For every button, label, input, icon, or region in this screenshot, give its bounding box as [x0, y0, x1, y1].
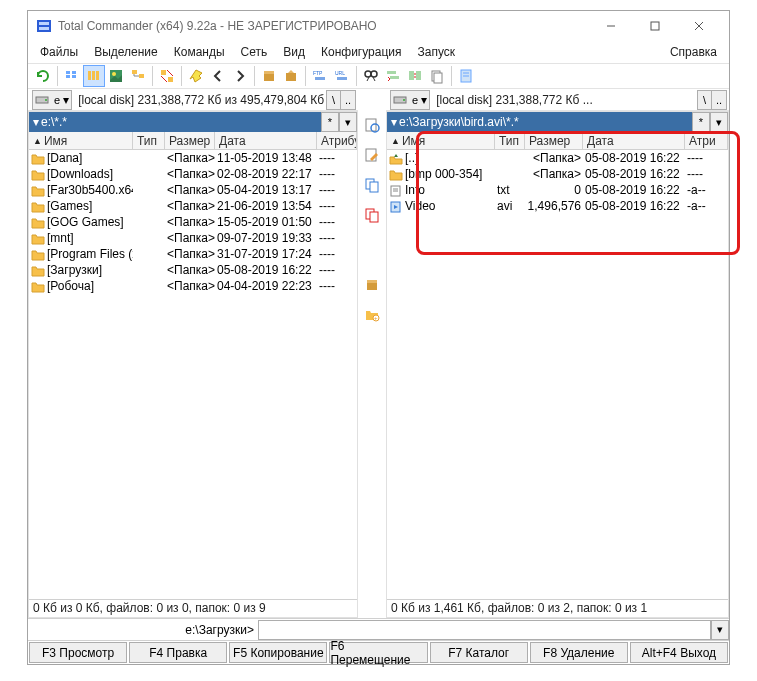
menu-files[interactable]: Файлы: [32, 43, 86, 61]
notepad-icon[interactable]: [455, 65, 477, 87]
cmd-dropdown[interactable]: ▾: [711, 620, 729, 640]
mid-view-icon[interactable]: [362, 115, 382, 135]
tab-filter-right[interactable]: *: [692, 112, 710, 132]
minimize-button[interactable]: [589, 12, 633, 40]
menu-net[interactable]: Сеть: [233, 43, 276, 61]
svg-rect-10: [72, 75, 76, 78]
table-row[interactable]: [Downloads]<Папка>02-08-2019 22:17----: [29, 166, 357, 182]
drive-info-right: [local disk] 231,388,772 Кб ...: [434, 93, 697, 107]
table-row[interactable]: Videoavi1,496,57605-08-2019 16:22-a--: [387, 198, 728, 214]
file-list-right[interactable]: [..]<Папка>05-08-2019 16:22----[bmp 000-…: [387, 150, 728, 599]
tab-filter-left[interactable]: *: [321, 112, 339, 132]
menu-commands[interactable]: Команды: [166, 43, 233, 61]
mid-edit-icon[interactable]: [362, 145, 382, 165]
menu-selection[interactable]: Выделение: [86, 43, 166, 61]
col-size[interactable]: Размер: [165, 132, 215, 149]
cmd-input[interactable]: [258, 620, 711, 640]
maximize-button[interactable]: [633, 12, 677, 40]
col-name[interactable]: ▲Имя: [29, 132, 133, 149]
svg-rect-32: [416, 71, 421, 80]
f8-delete[interactable]: F8 Удаление: [530, 642, 628, 663]
view-tree-icon[interactable]: [127, 65, 149, 87]
multi-rename-icon[interactable]: [382, 65, 404, 87]
ftp-icon[interactable]: FTP: [309, 65, 331, 87]
f7-mkdir[interactable]: F7 Каталог: [430, 642, 528, 663]
svg-rect-0: [37, 20, 51, 32]
forward-icon[interactable]: [229, 65, 251, 87]
table-row[interactable]: [Program Files (x86)]<Папка>31-07-2019 1…: [29, 246, 357, 262]
tab-dropdown-right[interactable]: ▾: [710, 112, 728, 132]
up-button[interactable]: ..: [712, 91, 726, 109]
view-thumbs-icon[interactable]: [105, 65, 127, 87]
f5-copy[interactable]: F5 Копирование: [229, 642, 327, 663]
table-row[interactable]: [GOG Games]<Папка>15-05-2019 01:50----: [29, 214, 357, 230]
file-list-left[interactable]: [Dana]<Папка>11-05-2019 13:48----[Downlo…: [29, 150, 357, 599]
svg-rect-16: [132, 70, 137, 74]
altf4-exit[interactable]: Alt+F4 Выход: [630, 642, 728, 663]
drive-select-right[interactable]: e ▾: [390, 90, 430, 110]
app-icon: [36, 18, 52, 34]
menu-help[interactable]: Справка: [662, 43, 725, 61]
svg-rect-26: [337, 77, 347, 80]
search-icon[interactable]: [360, 65, 382, 87]
view-brief-icon[interactable]: [61, 65, 83, 87]
view-full-icon[interactable]: [83, 65, 105, 87]
chevron-down-icon: ▾: [391, 115, 397, 129]
up-button[interactable]: ..: [341, 91, 355, 109]
back-icon[interactable]: [207, 65, 229, 87]
mid-move-icon[interactable]: [362, 205, 382, 225]
f6-move[interactable]: F6 Перемещение: [329, 642, 427, 663]
table-row[interactable]: [Games]<Папка>21-06-2019 13:54----: [29, 198, 357, 214]
svg-rect-17: [139, 74, 144, 78]
table-row[interactable]: [Dana]<Папка>11-05-2019 13:48----: [29, 150, 357, 166]
ftp-connect-icon[interactable]: [185, 65, 207, 87]
menu-config[interactable]: Конфигурация: [313, 43, 410, 61]
root-button[interactable]: \: [327, 91, 341, 109]
drive-select-left[interactable]: e ▾: [32, 90, 72, 110]
table-row[interactable]: [mnt]<Папка>09-07-2019 19:33----: [29, 230, 357, 246]
sync-dirs-icon[interactable]: [404, 65, 426, 87]
copy-names-icon[interactable]: [426, 65, 448, 87]
table-row[interactable]: [Загрузки]<Папка>05-08-2019 16:22----: [29, 262, 357, 278]
panel-left: ▾e:\*.* * ▾ ▲Имя Тип Размер Дата Атрибу …: [28, 111, 358, 618]
f3-view[interactable]: F3 Просмотр: [29, 642, 127, 663]
table-row[interactable]: [Робоча]<Папка>04-04-2019 22:23----: [29, 278, 357, 294]
invert-selection-icon[interactable]: [156, 65, 178, 87]
col-date[interactable]: Дата: [215, 132, 317, 149]
refresh-icon[interactable]: [32, 65, 54, 87]
mid-newfolder-icon[interactable]: +: [362, 305, 382, 325]
col-name[interactable]: ▲Имя: [387, 132, 495, 149]
f4-edit[interactable]: F4 Правка: [129, 642, 227, 663]
table-row[interactable]: Infotxt005-08-2019 16:22-a--: [387, 182, 728, 198]
path-left[interactable]: ▾e:\*.*: [29, 112, 321, 132]
col-type[interactable]: Тип: [133, 132, 165, 149]
mid-copy-icon[interactable]: [362, 175, 382, 195]
folder-icon: [389, 169, 403, 181]
col-size[interactable]: Размер: [525, 132, 583, 149]
col-attr[interactable]: Атрибу: [317, 132, 357, 149]
svg-rect-22: [286, 73, 296, 81]
col-type[interactable]: Тип: [495, 132, 525, 149]
mid-pack-icon[interactable]: [362, 275, 382, 295]
close-button[interactable]: [677, 12, 721, 40]
tab-dropdown-left[interactable]: ▾: [339, 112, 357, 132]
col-date[interactable]: Дата: [583, 132, 685, 149]
pack-icon[interactable]: [258, 65, 280, 87]
table-row[interactable]: [Far30b5400.x64.201..]<Папка>05-04-2019 …: [29, 182, 357, 198]
col-attr[interactable]: Атри: [685, 132, 728, 149]
root-button[interactable]: \: [698, 91, 712, 109]
status-left: 0 Кб из 0 Кб, файлов: 0 из 0, папок: 0 и…: [29, 599, 357, 617]
url-icon[interactable]: URL: [331, 65, 353, 87]
table-row[interactable]: [..]<Папка>05-08-2019 16:22----: [387, 150, 728, 166]
table-row[interactable]: [bmp 000-354]<Папка>05-08-2019 16:22----: [387, 166, 728, 182]
unpack-icon[interactable]: [280, 65, 302, 87]
path-right[interactable]: ▾e:\Загрузки\bird.avi\*.*: [387, 112, 692, 132]
panels: ▾e:\*.* * ▾ ▲Имя Тип Размер Дата Атрибу …: [28, 111, 729, 618]
svg-rect-2: [39, 27, 49, 30]
mid-toolbar: +: [358, 111, 386, 618]
svg-point-39: [45, 99, 47, 101]
folder-icon: [31, 185, 45, 197]
drive-nav-left: \ ..: [326, 90, 356, 110]
menu-view[interactable]: Вид: [275, 43, 313, 61]
menu-start[interactable]: Запуск: [410, 43, 464, 61]
